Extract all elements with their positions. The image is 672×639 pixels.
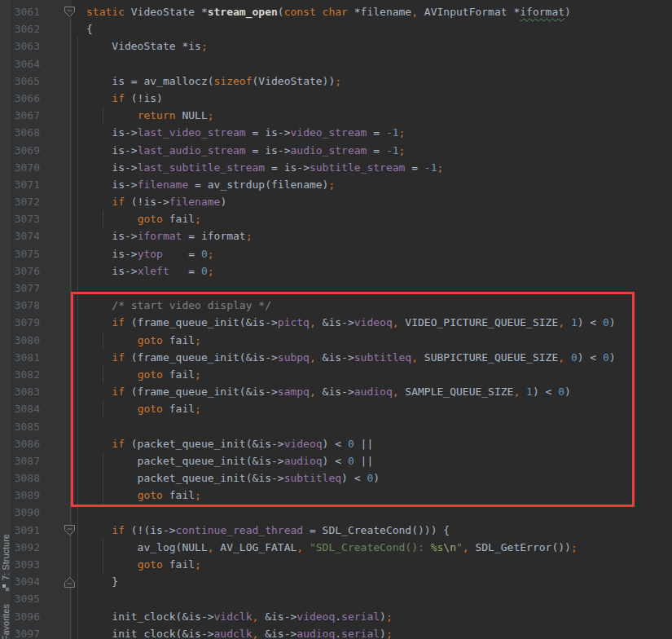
code-text[interactable]: packet_queue_init(&is->subtitleq) < 0) xyxy=(72,469,380,487)
code-line[interactable]: 3071 is->filename = av_strdup(filename); xyxy=(11,176,672,193)
code-text[interactable]: if (!(is->continue_read_thread = SDL_Cre… xyxy=(72,522,450,539)
code-line[interactable]: 3068 is->last_video_stream = is->video_s… xyxy=(11,124,672,141)
token-fld: pictq xyxy=(278,316,310,328)
token-pl: = is-> xyxy=(246,126,291,139)
code-line[interactable]: 3067 return NULL; xyxy=(11,107,672,124)
code-text[interactable]: is->ytop = 0; xyxy=(72,245,214,262)
code-text[interactable]: if (frame_queue_init(&is->pictq, &is->vi… xyxy=(72,314,616,331)
code-line[interactable]: 3065 is = av_mallocz(sizeof(VideoState))… xyxy=(11,73,672,90)
token-fld: subtitleq xyxy=(354,351,411,364)
code-text[interactable]: goto fail; xyxy=(72,400,201,417)
code-text[interactable]: goto fail; xyxy=(72,366,201,383)
code-line[interactable]: 3096 init_clock(&is->vidclk, &is->videoq… xyxy=(11,608,672,625)
code-text[interactable]: init_clock(&is->audclk, &is->audioq.seri… xyxy=(72,625,393,639)
code-line[interactable]: 3062{ xyxy=(11,20,672,37)
code-line[interactable]: 3087 packet_queue_init(&is->audioq) < 0 … xyxy=(11,452,672,469)
code-text[interactable]: static VideoState *stream_open(const cha… xyxy=(72,3,571,20)
code-line[interactable]: 3091 if (!(is->continue_read_thread = SD… xyxy=(11,522,672,539)
code-line[interactable]: 3081 if (frame_queue_init(&is->subpq, &i… xyxy=(11,349,672,366)
code-line[interactable]: 3074 is->iformat = iformat; xyxy=(11,227,672,245)
code-text[interactable]: } xyxy=(72,573,118,590)
code-line[interactable]: 3066 if (!is) xyxy=(11,90,672,107)
code-line[interactable]: 3083 if (frame_queue_init(&is->sampq, &i… xyxy=(11,383,672,400)
code-line[interactable]: 3073 goto fail; xyxy=(11,210,672,227)
code-line[interactable]: 3082 goto fail; xyxy=(11,366,672,383)
code-text[interactable]: is->last_subtitle_stream = is->subtitle_… xyxy=(72,159,443,176)
code-text[interactable]: return NULL; xyxy=(72,107,214,124)
code-line[interactable]: 3086 if (packet_queue_init(&is->videoq) … xyxy=(11,435,672,452)
line-number: 3071 xyxy=(11,176,72,193)
code-line[interactable]: 3093 goto fail; xyxy=(11,556,672,573)
token-pl xyxy=(564,351,571,364)
token-pl: fail xyxy=(163,368,195,381)
code-text[interactable]: is->xleft = 0; xyxy=(72,262,214,280)
fold-collapse-up-icon[interactable] xyxy=(64,577,75,588)
code-line[interactable]: 3061static VideoState *stream_open(const… xyxy=(11,3,672,20)
code-text[interactable]: if (packet_queue_init(&is->videoq) < 0 |… xyxy=(72,435,373,452)
code-line[interactable]: 3070 is->last_subtitle_stream = is->subt… xyxy=(11,159,672,176)
code-line[interactable]: 3080 goto fail; xyxy=(11,332,672,349)
code-text[interactable]: goto fail; xyxy=(72,556,201,573)
code-line[interactable]: 3088 packet_queue_init(&is->subtitleq) <… xyxy=(11,469,672,487)
code-text[interactable]: if (frame_queue_init(&is->subpq, &is->su… xyxy=(72,349,616,366)
code-text[interactable]: packet_queue_init(&is->audioq) < 0 || xyxy=(72,452,373,469)
fold-collapse-down-icon[interactable] xyxy=(64,7,75,17)
code-line[interactable]: 3095 xyxy=(11,590,672,607)
code-text[interactable] xyxy=(72,55,86,73)
editor-pane[interactable]: 3061static VideoState *stream_open(const… xyxy=(11,0,672,639)
code-text[interactable]: /* start video display */ xyxy=(72,297,271,314)
code-text[interactable]: if (!is->filename) xyxy=(72,193,226,210)
code-line[interactable]: 3092 av_log(NULL, AV_LOG_FATAL, "SDL_Cre… xyxy=(11,539,672,556)
code-line[interactable]: 3064 xyxy=(11,55,672,73)
code-text[interactable]: is->iformat = iformat; xyxy=(72,227,253,245)
code-line[interactable]: 3079 if (frame_queue_init(&is->pictq, &i… xyxy=(11,314,672,331)
code-text[interactable]: is->last_video_stream = is->video_stream… xyxy=(72,124,405,141)
code-text[interactable]: init_clock(&is->vidclk, &is->videoq.seri… xyxy=(72,608,393,625)
code-line[interactable]: 3094 } xyxy=(11,573,672,590)
code-line[interactable]: 3077 xyxy=(11,280,672,297)
code-text[interactable]: goto fail; xyxy=(72,487,201,504)
code-text[interactable]: if (frame_queue_init(&is->sampq, &is->au… xyxy=(72,383,571,400)
code-line[interactable]: 3063 VideoState *is; xyxy=(11,37,672,55)
token-pl: AV_LOG_FATAL xyxy=(214,541,297,553)
code-line[interactable]: 3069 is->last_audio_stream = is->audio_s… xyxy=(11,142,672,159)
code-text[interactable]: { xyxy=(72,20,93,37)
code-line[interactable]: 3089 goto fail; xyxy=(11,487,672,504)
fold-collapse-down-icon[interactable] xyxy=(64,525,75,535)
code-text[interactable] xyxy=(72,418,86,435)
code-line[interactable]: 3085 xyxy=(11,418,672,435)
token-pun: ; xyxy=(571,541,578,553)
tool-window-favorites-button[interactable]: 2: Favorites xyxy=(1,604,11,639)
code-text[interactable] xyxy=(72,504,86,521)
code-text[interactable]: goto fail; xyxy=(72,332,201,349)
token-pun: , xyxy=(463,541,469,553)
code-text[interactable]: is->filename = av_strdup(filename); xyxy=(72,176,335,193)
code-text[interactable]: is = av_mallocz(sizeof(VideoState)); xyxy=(72,73,341,90)
code-line[interactable]: 3097 init_clock(&is->audclk, &is->audioq… xyxy=(11,625,672,639)
code-line[interactable]: 3072 if (!is->filename) xyxy=(11,193,672,210)
code-text[interactable]: goto fail; xyxy=(72,210,201,227)
code-text[interactable]: is->last_audio_stream = is->audio_stream… xyxy=(72,142,405,159)
code-line[interactable]: 3090 xyxy=(11,504,672,521)
code-text[interactable]: if (!is) xyxy=(72,90,163,107)
line-number: 3066 xyxy=(11,90,72,107)
token-pl: &is-> xyxy=(258,628,296,639)
code-text[interactable]: VideoState *is; xyxy=(72,37,208,55)
token-pl xyxy=(86,524,112,536)
code-text[interactable] xyxy=(72,590,86,607)
token-pl: (frame_queue_init(&is-> xyxy=(125,386,278,398)
line-number: 3086 xyxy=(11,435,72,452)
code-text[interactable] xyxy=(72,280,86,297)
token-pun: ; xyxy=(246,230,253,242)
code-text[interactable]: av_log(NULL, AV_LOG_FATAL, "SDL_CreateCo… xyxy=(72,539,578,556)
tool-window-structure-button[interactable]: 7: Structure xyxy=(1,534,11,580)
line-number: 3081 xyxy=(11,349,72,366)
token-pl: ) xyxy=(609,351,616,364)
code-line[interactable]: 3076 is->xleft = 0; xyxy=(11,262,672,280)
token-pun: ; xyxy=(335,75,341,87)
code-line[interactable]: 3078 /* start video display */ xyxy=(11,297,672,314)
code-line[interactable]: 3084 goto fail; xyxy=(11,400,672,417)
code-line[interactable]: 3075 is->ytop = 0; xyxy=(11,245,672,262)
token-pun: ; xyxy=(195,558,201,571)
token-pl: &is-> xyxy=(316,316,354,328)
